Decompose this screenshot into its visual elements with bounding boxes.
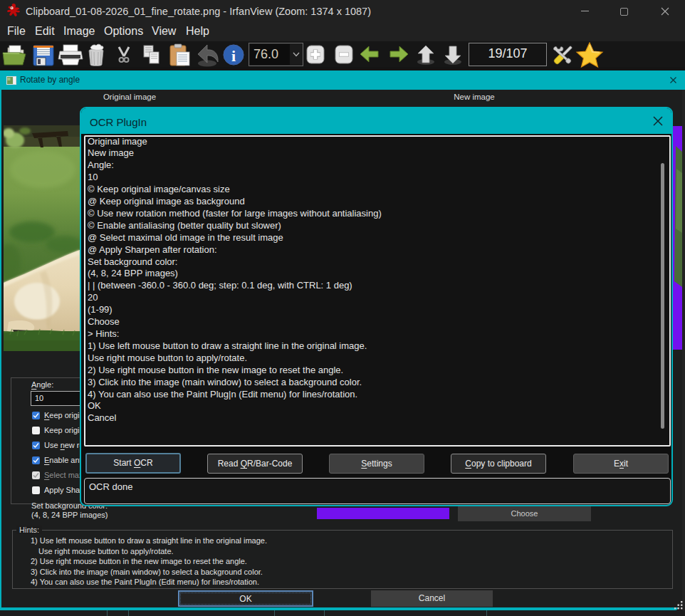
svg-text:i: i	[231, 47, 236, 65]
